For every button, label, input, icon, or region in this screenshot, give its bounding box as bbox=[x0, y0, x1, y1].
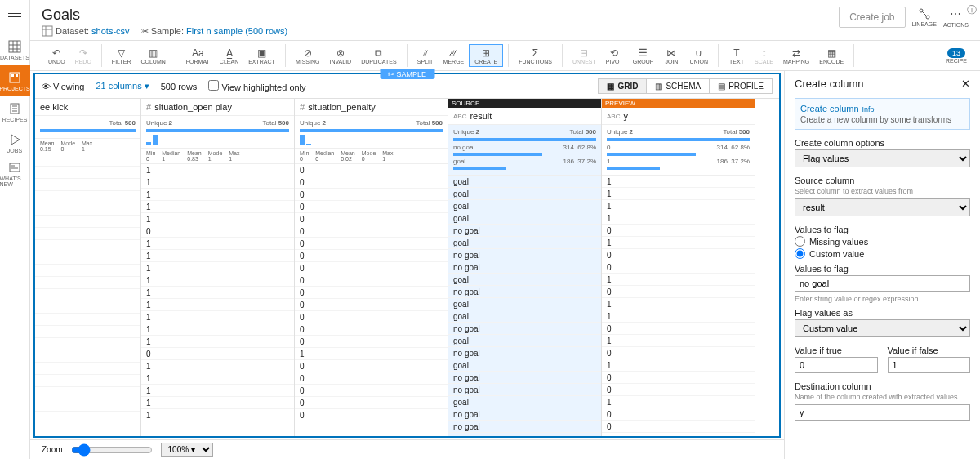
table-row[interactable]: 0 bbox=[295, 262, 448, 274]
table-row[interactable] bbox=[35, 375, 140, 387]
table-row[interactable]: 0 bbox=[602, 372, 755, 384]
table-row[interactable]: goal bbox=[448, 200, 601, 212]
table-row[interactable]: 0 bbox=[295, 176, 448, 189]
table-row[interactable]: no goal bbox=[448, 261, 601, 274]
table-row[interactable] bbox=[35, 363, 140, 375]
table-row[interactable] bbox=[35, 338, 140, 350]
clean-button[interactable]: A̲CLEAN bbox=[215, 44, 243, 67]
table-row[interactable]: 0 bbox=[295, 323, 448, 336]
lineage-button[interactable]: LINEAGE bbox=[912, 8, 937, 27]
table-row[interactable]: 0 bbox=[602, 261, 755, 274]
undo-button[interactable]: ↶UNDO bbox=[43, 44, 70, 67]
column-button[interactable]: ▥COLUMN bbox=[136, 44, 170, 67]
table-row[interactable]: 0 bbox=[602, 347, 755, 359]
radio-missing[interactable]: Missing values bbox=[795, 236, 970, 247]
text-button[interactable]: TTEXT bbox=[724, 44, 750, 67]
table-row[interactable]: goal bbox=[448, 396, 601, 408]
columns-dropdown[interactable]: 21 columns ▾ bbox=[96, 81, 149, 91]
table-row[interactable]: 0 bbox=[602, 225, 755, 237]
table-row[interactable]: 1 bbox=[141, 238, 294, 250]
table-row[interactable]: 0 bbox=[295, 189, 448, 201]
highlight-toggle[interactable]: View highlighted only bbox=[208, 80, 305, 92]
table-row[interactable] bbox=[35, 265, 140, 277]
table-row[interactable] bbox=[35, 252, 140, 265]
zoom-slider[interactable] bbox=[71, 443, 153, 457]
view-profile[interactable]: ▤PROFILE bbox=[710, 79, 772, 93]
sample-link[interactable]: First n sample (500 rows) bbox=[186, 26, 287, 36]
table-row[interactable] bbox=[35, 203, 140, 216]
table-row[interactable]: 0 bbox=[602, 323, 755, 335]
redo-button[interactable]: ↷REDO bbox=[70, 44, 96, 67]
nav-projects[interactable]: PROJECTS bbox=[0, 65, 30, 96]
table-row[interactable]: goal bbox=[448, 310, 601, 323]
table-row[interactable]: 0 bbox=[295, 372, 448, 385]
table-row[interactable] bbox=[35, 240, 140, 252]
table-row[interactable]: 0 bbox=[295, 201, 448, 213]
table-row[interactable]: 1 bbox=[141, 189, 294, 201]
table-row[interactable]: no goal bbox=[448, 372, 601, 384]
table-row[interactable]: 1 bbox=[141, 311, 294, 323]
split-button[interactable]: ⫽SPLIT bbox=[412, 44, 439, 67]
table-row[interactable]: no goal bbox=[448, 225, 601, 237]
table-row[interactable]: 0 bbox=[295, 225, 448, 238]
table-row[interactable]: 0 bbox=[141, 225, 294, 238]
table-row[interactable] bbox=[35, 326, 140, 338]
scale-button[interactable]: ↕SCALE bbox=[750, 44, 778, 67]
table-row[interactable]: goal bbox=[448, 335, 601, 347]
table-row[interactable]: 0 bbox=[295, 311, 448, 323]
value-false-input[interactable] bbox=[888, 357, 971, 373]
dataset-link[interactable]: shots-csv bbox=[91, 26, 129, 36]
table-row[interactable]: 1 bbox=[141, 287, 294, 299]
table-row[interactable] bbox=[35, 191, 140, 203]
table-row[interactable]: 0 bbox=[602, 249, 755, 261]
table-row[interactable]: 0 bbox=[602, 286, 755, 298]
table-row[interactable]: 1 bbox=[141, 409, 294, 421]
table-row[interactable]: 1 bbox=[141, 336, 294, 348]
table-row[interactable]: goal bbox=[448, 237, 601, 249]
table-row[interactable]: 1 bbox=[602, 396, 755, 408]
table-row[interactable]: 0 bbox=[295, 164, 448, 176]
view-schema[interactable]: ▥SCHEMA bbox=[647, 79, 710, 93]
view-grid[interactable]: ▦GRID bbox=[599, 79, 647, 93]
source-select[interactable]: result bbox=[795, 198, 970, 216]
table-row[interactable]: goal bbox=[448, 176, 601, 188]
table-row[interactable]: 1 bbox=[141, 385, 294, 397]
table-row[interactable] bbox=[35, 399, 140, 412]
table-row[interactable]: 1 bbox=[602, 188, 755, 200]
create-button[interactable]: ⊞CREATE bbox=[469, 44, 503, 67]
table-row[interactable]: 1 bbox=[602, 335, 755, 347]
table-row[interactable]: no goal bbox=[448, 408, 601, 421]
table-row[interactable]: 0 bbox=[602, 384, 755, 396]
invalid-button[interactable]: ⊗INVALID bbox=[324, 44, 356, 67]
table-row[interactable]: 0 bbox=[295, 336, 448, 348]
pivot-button[interactable]: ⟲PIVOT bbox=[601, 44, 628, 67]
table-row[interactable] bbox=[35, 301, 140, 314]
highlight-checkbox[interactable] bbox=[208, 80, 219, 91]
recipe-button[interactable]: 13 RECIPE bbox=[941, 47, 972, 65]
zoom-select[interactable]: 100% ▾ bbox=[161, 443, 213, 457]
options-select[interactable]: Flag values bbox=[795, 149, 970, 167]
table-row[interactable]: 1 bbox=[602, 212, 755, 225]
table-row[interactable]: 1 bbox=[141, 201, 294, 213]
menu-icon[interactable] bbox=[5, 7, 24, 26]
table-row[interactable]: 1 bbox=[141, 262, 294, 274]
union-button[interactable]: ∪UNION bbox=[684, 44, 713, 67]
table-row[interactable]: goal bbox=[448, 188, 601, 200]
table-row[interactable]: 1 bbox=[602, 200, 755, 212]
table-row[interactable] bbox=[35, 167, 140, 179]
table-row[interactable]: 1 bbox=[602, 310, 755, 323]
flag-as-select[interactable]: Custom value bbox=[795, 319, 970, 337]
sample-badge[interactable]: ✂ SAMPLE bbox=[380, 69, 434, 79]
table-row[interactable]: no goal bbox=[448, 323, 601, 335]
table-row[interactable]: 1 bbox=[141, 372, 294, 385]
join-button[interactable]: ⋈JOIN bbox=[658, 44, 684, 67]
table-row[interactable]: no goal bbox=[448, 421, 601, 433]
unnest-button[interactable]: ⊟UNNEST bbox=[568, 44, 601, 67]
dest-input[interactable] bbox=[795, 404, 970, 421]
table-row[interactable]: 0 bbox=[295, 360, 448, 372]
format-button[interactable]: AaFORMAT bbox=[181, 44, 215, 67]
extract-button[interactable]: ▣EXTRACT bbox=[243, 44, 280, 67]
table-row[interactable]: 0 bbox=[602, 408, 755, 421]
table-row[interactable]: 1 bbox=[602, 176, 755, 188]
merge-button[interactable]: ⫻MERGE bbox=[439, 44, 470, 67]
